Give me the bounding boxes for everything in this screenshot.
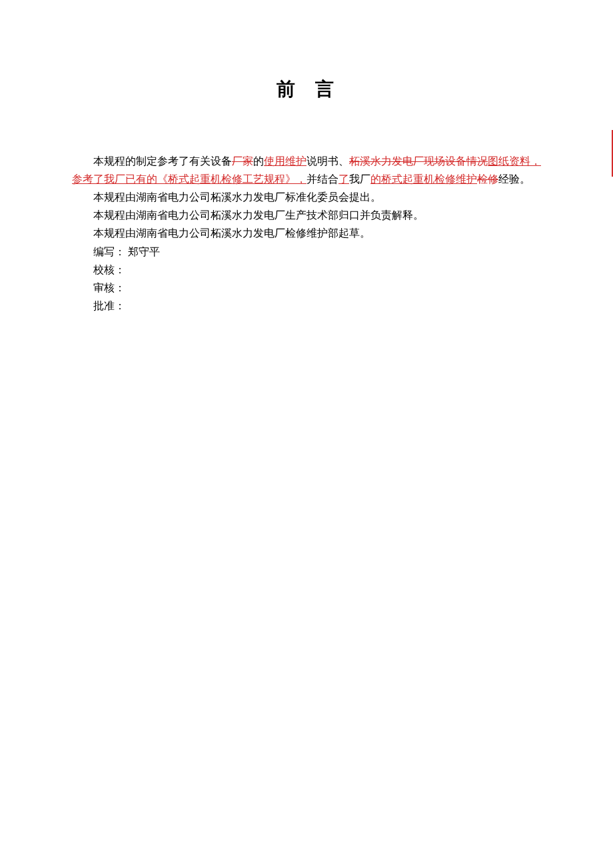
strikethrough-text: 柘溪水力发电厂现场设备情况 <box>349 155 488 167</box>
reviewer-line: 审核： <box>72 279 546 297</box>
underline-text: 的桥式起重机检修维护 <box>370 173 477 185</box>
text-segment: 我厂 <box>349 173 370 185</box>
approver-line: 批准： <box>72 297 546 315</box>
underline-text: 了 <box>338 173 349 185</box>
paragraph-4: 本规程由湖南省电力公司柘溪水力发电厂检修维护部起草。 <box>72 224 546 242</box>
underline-text: 使用维护 <box>264 155 306 167</box>
paragraph-1: 本规程的制定参考了有关设备厂家的使用维护说明书、柘溪水力发电厂现场设备情况图纸资… <box>72 152 546 188</box>
page-title: 前 言 <box>72 73 546 105</box>
text-segment: 经验。 <box>498 173 530 185</box>
strikethrough-text: 检修 <box>477 173 498 185</box>
text-segment: 本规程的制定参考了有关设备 <box>93 155 232 167</box>
strikethrough-text: 厂家 <box>232 155 253 167</box>
text-segment: 的 <box>253 155 264 167</box>
author-line: 编写： 郑守平 <box>72 243 546 261</box>
text-segment: 并结合 <box>306 173 338 185</box>
paragraph-2: 本规程由湖南省电力公司柘溪水力发电厂标准化委员会提出。 <box>72 188 546 206</box>
checker-line: 校核： <box>72 261 546 279</box>
text-segment: 说明书、 <box>306 155 349 167</box>
paragraph-3: 本规程由湖南省电力公司柘溪水力发电厂生产技术部归口并负责解释。 <box>72 206 546 224</box>
document-page: 前 言 本规程的制定参考了有关设备厂家的使用维护说明书、柘溪水力发电厂现场设备情… <box>0 0 613 355</box>
